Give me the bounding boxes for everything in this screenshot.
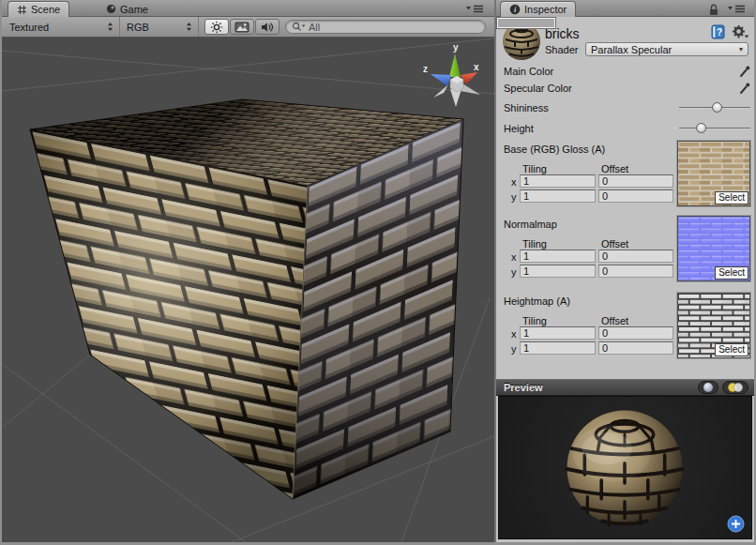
help-button[interactable]: ? [711, 24, 726, 41]
question-book-icon: ? [711, 24, 726, 39]
tiling-y-field[interactable] [520, 189, 596, 203]
scene-skybox-toggle[interactable] [230, 19, 254, 35]
shader-dropdown[interactable]: Parallax Specular ▾ [585, 42, 748, 56]
svg-text:?: ? [717, 27, 722, 38]
select-texture-button[interactable]: Select [715, 266, 748, 280]
scene-panel: Scene Game Textured [2, 0, 494, 542]
add-button[interactable] [727, 515, 745, 533]
gizmo-z-label: z [423, 64, 428, 74]
inspector-panel-menu-icon[interactable] [727, 4, 746, 13]
offset-x-field[interactable] [598, 326, 673, 340]
tiling-x-field[interactable] [520, 326, 596, 340]
inspector-lock-icon[interactable] [708, 4, 719, 16]
tab-scene[interactable]: Scene [8, 1, 69, 17]
y-axis-label: y [511, 266, 517, 278]
scene-search[interactable]: All [285, 20, 486, 34]
main-color-eyedropper-icon[interactable] [739, 65, 751, 78]
shininess-label: Shininess [504, 102, 549, 114]
heightmap-texture-thumbnail[interactable]: Select [677, 293, 750, 358]
tiling-header: Tiling [522, 315, 547, 326]
main-color-label: Main Color [504, 66, 553, 77]
specular-color-eyedropper-icon[interactable] [739, 82, 751, 95]
shininess-slider[interactable] [677, 101, 752, 114]
sun-icon [210, 21, 223, 34]
x-axis-label: x [511, 251, 517, 263]
draw-mode-dropdown[interactable]: Textured [4, 17, 120, 37]
tiling-header: Tiling [522, 238, 547, 250]
normalmap-texture-thumbnail[interactable]: Select [677, 216, 750, 281]
shader-value: Parallax Specular [591, 44, 672, 55]
tab-inspector[interactable]: i Inspector [500, 1, 576, 17]
tab-scene-label: Scene [31, 4, 60, 15]
search-icon [292, 22, 306, 32]
preview-viewport[interactable] [498, 396, 752, 539]
slot-label: Heightmap (A) [504, 295, 570, 307]
plus-icon [727, 515, 745, 533]
scene-3d-render: y z x [2, 38, 494, 542]
slot-label: Base (RGB) Gloss (A) [504, 144, 605, 155]
padlock-icon [708, 4, 719, 16]
x-axis-label: x [511, 176, 517, 188]
select-texture-button[interactable]: Select [715, 191, 748, 204]
menu-caret-icon [727, 4, 746, 13]
scene-grid-icon [17, 5, 27, 15]
height-label: Height [504, 123, 534, 134]
tab-game-label: Game [120, 4, 148, 15]
dropdown-arrow-icon: ▾ [739, 45, 743, 53]
tiling-x-field[interactable] [520, 250, 596, 263]
scene-tabbar: Scene Game [2, 0, 494, 17]
gizmo-x-label: x [474, 62, 479, 72]
y-axis-label: y [511, 191, 517, 203]
material-inspector: bricks ? Shader Parallax S [496, 17, 754, 379]
scene-lighting-toggle[interactable] [204, 19, 229, 35]
offset-x-field[interactable] [598, 250, 673, 263]
offset-x-field[interactable] [598, 174, 673, 188]
up-down-arrows-icon [107, 22, 113, 32]
tab-game[interactable]: Game [98, 1, 157, 17]
texture-slot-normalmap: Normalmap Tiling Offset x y [496, 214, 754, 289]
draw-mode-label: Textured [9, 22, 49, 33]
slider-thumb[interactable] [712, 102, 722, 113]
two-lights-icon [726, 382, 745, 393]
unity-editor-window: Scene Game Textured [0, 0, 756, 545]
offset-header: Offset [601, 238, 628, 250]
shader-label: Shader [545, 44, 578, 55]
offset-y-field[interactable] [598, 189, 673, 203]
preview-sphere-render [499, 397, 751, 538]
settings-button[interactable] [732, 24, 749, 41]
scene-panel-menu-icon[interactable] [465, 4, 484, 13]
color-mode-label: RGB [127, 22, 149, 33]
preview-title: Preview [504, 382, 543, 393]
search-placeholder: All [309, 22, 320, 33]
x-axis-label: x [511, 328, 517, 340]
height-slider[interactable] [677, 122, 752, 134]
game-sphere-icon [106, 4, 116, 14]
tiling-y-field[interactable] [520, 265, 596, 278]
specular-color-swatch[interactable] [496, 17, 556, 29]
tiling-y-field[interactable] [520, 341, 596, 355]
texture-slot-heightmap: Heightmap (A) Tiling Offset x y [496, 291, 754, 366]
offset-y-field[interactable] [598, 341, 673, 355]
scene-audio-toggle[interactable] [255, 19, 280, 35]
slider-thumb[interactable] [696, 123, 706, 133]
y-axis-label: y [511, 343, 517, 355]
tiling-x-field[interactable] [520, 174, 596, 188]
offset-y-field[interactable] [598, 265, 673, 278]
gear-icon [732, 24, 749, 39]
color-mode-dropdown[interactable]: RGB [121, 17, 199, 37]
slider-track[interactable] [679, 128, 750, 129]
preview-shape-button[interactable] [698, 381, 718, 394]
offset-header: Offset [601, 163, 628, 174]
base-texture-thumbnail[interactable]: Select [677, 141, 750, 206]
inspector-tabbar: i Inspector [496, 0, 754, 17]
specular-color-label: Specular Color [504, 83, 572, 94]
speaker-icon [261, 22, 274, 33]
up-down-arrows-icon [186, 22, 192, 32]
gizmo-y-label: y [453, 42, 459, 53]
slot-label: Normalmap [504, 219, 557, 230]
preview-lighting-button[interactable] [722, 381, 748, 394]
select-texture-button[interactable]: Select [715, 343, 748, 356]
tiling-header: Tiling [522, 163, 547, 174]
offset-header: Offset [601, 315, 628, 326]
scene-viewport[interactable]: y z x [2, 38, 494, 542]
